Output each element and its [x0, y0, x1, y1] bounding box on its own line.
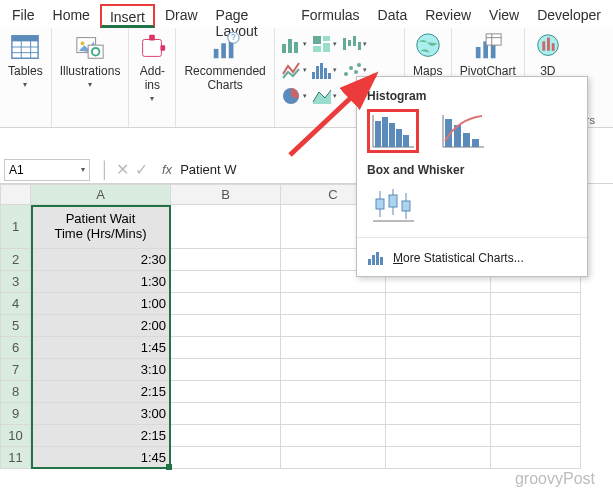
cell[interactable] — [171, 425, 281, 447]
statistic-chart-button[interactable]: ▾ — [311, 58, 337, 82]
formula-value[interactable]: Patient W — [180, 162, 236, 177]
select-all-corner[interactable] — [1, 185, 31, 205]
cell[interactable] — [281, 293, 386, 315]
surface-chart-button[interactable]: ▾ — [311, 84, 337, 108]
cell[interactable] — [386, 381, 491, 403]
cell[interactable] — [171, 337, 281, 359]
cell[interactable] — [386, 359, 491, 381]
row-header[interactable]: 2 — [1, 249, 31, 271]
cell[interactable] — [281, 403, 386, 425]
cell[interactable] — [281, 447, 386, 469]
cell[interactable] — [386, 315, 491, 337]
cell[interactable] — [386, 337, 491, 359]
cell[interactable] — [491, 447, 581, 469]
cell[interactable] — [491, 337, 581, 359]
cell[interactable] — [491, 359, 581, 381]
box-whisker-option[interactable] — [367, 183, 419, 227]
cell[interactable]: 1:45 — [31, 337, 171, 359]
tab-review[interactable]: Review — [417, 4, 479, 28]
cell[interactable]: 2:15 — [31, 425, 171, 447]
fx-icon[interactable]: fx — [162, 162, 172, 177]
row-header[interactable]: 10 — [1, 425, 31, 447]
cell-a1[interactable]: Patient Wait Time (Hrs/Mins) — [31, 205, 171, 249]
cell[interactable] — [281, 315, 386, 337]
addins-icon — [137, 32, 167, 62]
cell[interactable] — [171, 359, 281, 381]
row-header[interactable]: 4 — [1, 293, 31, 315]
watermark: groovyPost — [515, 470, 595, 488]
svg-rect-73 — [380, 257, 383, 265]
cell[interactable] — [491, 381, 581, 403]
cell[interactable] — [171, 447, 281, 469]
cell[interactable] — [386, 425, 491, 447]
waterfall-chart-button[interactable]: ▾ — [341, 32, 367, 56]
col-header-b[interactable]: B — [171, 185, 281, 205]
row-header[interactable]: 3 — [1, 271, 31, 293]
tab-insert[interactable]: Insert — [100, 4, 155, 28]
name-box[interactable]: A1 ▾ — [4, 159, 90, 181]
more-statistical-charts[interactable]: More Statistical Charts... — [367, 246, 577, 270]
row-header[interactable]: 5 — [1, 315, 31, 337]
cell[interactable] — [281, 337, 386, 359]
table-icon — [10, 32, 40, 62]
cell[interactable]: 2:15 — [31, 381, 171, 403]
cell[interactable] — [281, 425, 386, 447]
pie-chart-button[interactable]: ▾ — [281, 84, 307, 108]
group-tables: Tables ▾ — [0, 28, 52, 127]
tab-draw[interactable]: Draw — [157, 4, 206, 28]
cell[interactable] — [171, 271, 281, 293]
cell[interactable] — [281, 359, 386, 381]
bar-chart-button[interactable]: ▾ — [281, 32, 307, 56]
cell[interactable] — [171, 381, 281, 403]
line-chart-button[interactable]: ▾ — [281, 58, 307, 82]
cell[interactable] — [386, 403, 491, 425]
tab-view[interactable]: View — [481, 4, 527, 28]
cell[interactable] — [281, 381, 386, 403]
svg-text:?: ? — [231, 32, 236, 42]
row-header[interactable]: 7 — [1, 359, 31, 381]
cell[interactable]: 3:10 — [31, 359, 171, 381]
row-header[interactable]: 11 — [1, 447, 31, 469]
hierarchy-chart-button[interactable]: ▾ — [311, 32, 337, 56]
row-header[interactable]: 8 — [1, 381, 31, 403]
histogram-chart-option[interactable] — [367, 109, 419, 153]
addins-label: Add- ins — [140, 64, 165, 92]
cell[interactable]: 1:00 — [31, 293, 171, 315]
illustrations-icon — [75, 32, 105, 62]
recommended-charts-button[interactable]: ? Recommended Charts — [184, 32, 265, 92]
cell[interactable] — [491, 425, 581, 447]
cell[interactable]: 1:45 — [31, 447, 171, 469]
cell[interactable]: 2:30 — [31, 249, 171, 271]
cell[interactable] — [171, 249, 281, 271]
row-header[interactable]: 9 — [1, 403, 31, 425]
tab-data[interactable]: Data — [370, 4, 416, 28]
pivotchart-icon — [473, 32, 503, 62]
row-header[interactable]: 6 — [1, 337, 31, 359]
col-header-a[interactable]: A — [31, 185, 171, 205]
cell[interactable] — [386, 293, 491, 315]
cell[interactable] — [171, 403, 281, 425]
tab-developer[interactable]: Developer — [529, 4, 609, 28]
cell[interactable]: 2:00 — [31, 315, 171, 337]
tab-page-layout[interactable]: Page Layout — [208, 4, 292, 28]
cell[interactable] — [171, 293, 281, 315]
pareto-chart-option[interactable] — [437, 109, 489, 153]
confirm-icon[interactable]: ✓ — [135, 160, 148, 179]
tables-button[interactable]: Tables ▾ — [8, 32, 43, 89]
cell[interactable] — [491, 403, 581, 425]
illustrations-button[interactable]: Illustrations ▾ — [60, 32, 121, 89]
cell[interactable]: 1:30 — [31, 271, 171, 293]
row-header[interactable]: 1 — [1, 205, 31, 249]
tab-home[interactable]: Home — [45, 4, 98, 28]
svg-rect-49 — [552, 43, 555, 51]
tab-formulas[interactable]: Formulas — [293, 4, 367, 28]
cell[interactable] — [386, 447, 491, 469]
cell[interactable] — [171, 205, 281, 249]
cancel-icon[interactable]: ✕ — [116, 160, 129, 179]
cell[interactable] — [171, 315, 281, 337]
cell[interactable]: 3:00 — [31, 403, 171, 425]
tab-file[interactable]: File — [4, 4, 43, 28]
cell[interactable] — [491, 293, 581, 315]
addins-button[interactable]: Add- ins ▾ — [137, 32, 167, 103]
cell[interactable] — [491, 315, 581, 337]
